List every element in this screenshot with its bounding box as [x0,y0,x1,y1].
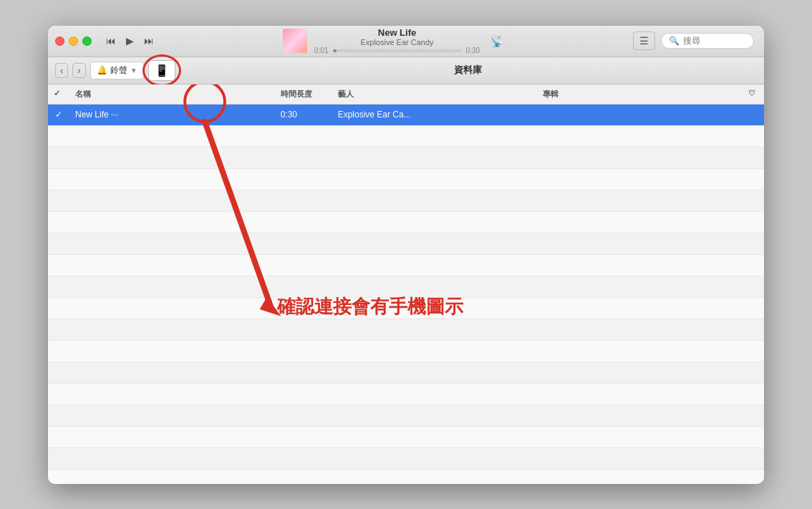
toolbar: ‹ › 🔔 鈴聲 ▼ 📱 資料庫 [48,57,764,84]
table-body: ✓ New Life ··· 0:30 Explosive Ear Ca... [48,105,764,484]
phone-device-button[interactable]: 📱 [148,60,175,81]
table-row [48,126,764,147]
airplay-button[interactable]: 📡 [487,31,507,51]
transport-controls: ⏮ ▶ ⏭ [103,34,157,48]
search-icon: 🔍 [669,36,680,46]
ringtone-text: 鈴聲 [110,64,127,77]
row-name: New Life ··· [69,110,275,120]
table-row [48,255,764,276]
track-artist: Explosive Ear Candy [360,38,433,47]
progress-bar[interactable] [333,49,462,52]
time-total: 0:30 [466,47,480,54]
progress-fill [333,49,337,52]
itunes-window: ⏮ ▶ ⏭ New Life Explosive Ear Candy 0:01 … [48,26,764,484]
table-row [48,212,764,233]
col-artist: 藝人 [332,87,538,101]
table-row [48,147,764,169]
table-row [48,298,764,319]
track-info: New Life Explosive Ear Candy 0:01 0:30 [314,27,480,54]
table-row [48,405,764,427]
col-album: 專輯 [537,87,743,101]
table-header: ✓ 名稱 時間長度 藝人 專輯 ♡ [48,84,764,105]
table-row [48,384,764,405]
row-duration: 0:30 [275,110,332,120]
table-row [48,448,764,470]
col-favorite: ♡ [743,87,764,101]
table-row [48,427,764,448]
close-button[interactable] [55,37,64,46]
dropdown-arrow-icon: ▼ [130,67,137,74]
phone-button-wrapper: 📱 [148,60,175,81]
progress-bar-container: 0:01 0:30 [314,47,480,54]
table-row [48,362,764,384]
minimize-button[interactable] [69,37,78,46]
track-title: New Life [378,27,416,38]
list-view-button[interactable]: ☰ [633,31,655,50]
table-row [48,276,764,298]
traffic-lights [55,37,92,46]
table-row [48,319,764,341]
col-name: 名稱 [69,87,275,101]
table-row[interactable]: ✓ New Life ··· 0:30 Explosive Ear Ca... [48,105,764,126]
row-check: ✓ [48,110,69,120]
table-row [48,470,764,484]
bell-icon: 🔔 [97,65,107,75]
rewind-button[interactable]: ⏮ [103,34,119,48]
content-area: ✓ 名稱 時間長度 藝人 專輯 ♡ ✓ New Life ··· 0:30 Ex… [48,84,764,484]
forward-button[interactable]: ⏭ [141,34,157,48]
forward-button-nav[interactable]: › [72,63,85,78]
album-art [283,29,307,53]
col-check: ✓ [48,87,69,101]
library-title: 資料庫 [180,64,757,77]
play-button[interactable]: ▶ [123,34,137,48]
table-row [48,341,764,362]
col-duration: 時間長度 [275,87,332,101]
maximize-button[interactable] [82,37,92,46]
search-box: 🔍 [661,33,754,49]
ringtone-selector[interactable]: 🔔 鈴聲 ▼ [90,62,144,79]
table-row [48,190,764,212]
titlebar: ⏮ ▶ ⏭ New Life Explosive Ear Candy 0:01 … [48,26,764,57]
table-row [48,169,764,190]
table-row [48,233,764,255]
right-controls: ☰ 🔍 [633,31,754,50]
search-input[interactable] [683,36,748,46]
row-artist: Explosive Ear Ca... [332,110,538,120]
back-button[interactable]: ‹ [55,63,68,78]
now-playing-area: New Life Explosive Ear Candy 0:01 0:30 📡 [163,27,627,54]
time-elapsed: 0:01 [314,47,328,54]
